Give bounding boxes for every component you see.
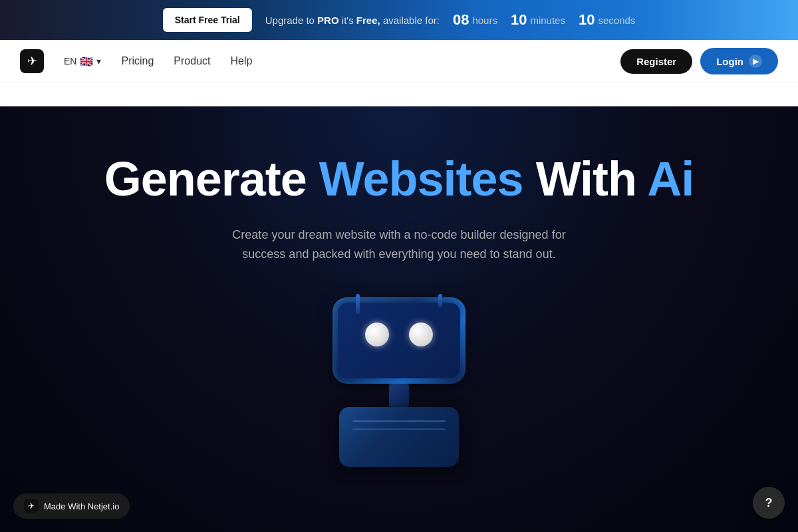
hours-number: 08 <box>453 11 469 29</box>
netjet-icon: ✈ <box>24 499 39 513</box>
logo-icon: ✈ <box>20 49 44 73</box>
upgrade-prefix: Upgrade to <box>265 15 315 26</box>
flag-icon: 🇬🇧 <box>80 55 93 68</box>
title-ai: Ai <box>647 152 694 205</box>
login-label: Login <box>716 56 743 67</box>
navbar: ✈ EN 🇬🇧 ▾ Pricing Product Help Register … <box>0 40 798 83</box>
sub-nav <box>0 83 798 106</box>
nav-link-pricing[interactable]: Pricing <box>121 55 154 67</box>
robot-illustration <box>313 297 485 497</box>
robot-antenna-left <box>356 294 360 314</box>
minutes-label: minutes <box>530 15 565 26</box>
robot-head <box>332 297 466 384</box>
title-with: With <box>536 152 636 205</box>
start-trial-button[interactable]: Start Free Trial <box>163 8 252 32</box>
free-label: Free, <box>356 15 380 26</box>
hours-label: hours <box>472 15 497 26</box>
lang-code: EN <box>64 56 76 66</box>
seconds-countdown: 10 seconds <box>579 11 635 29</box>
hero-subtitle: Create your dream website with a no-code… <box>213 225 585 264</box>
question-icon: ? <box>765 496 773 510</box>
language-selector[interactable]: EN 🇬🇧 ▾ <box>64 55 101 68</box>
nav-link-product[interactable]: Product <box>174 55 210 67</box>
its-label: it's <box>342 15 354 26</box>
hours-countdown: 08 hours <box>453 11 497 29</box>
title-websites: Websites <box>319 152 536 205</box>
pro-label: PRO <box>317 15 339 26</box>
arrow-right-icon: ▶ <box>749 55 762 68</box>
chevron-down-icon: ▾ <box>96 56 101 66</box>
robot-body <box>339 407 459 467</box>
robot-eyes <box>332 323 466 346</box>
robot-neck <box>389 384 409 407</box>
nav-actions: Register Login ▶ <box>620 48 778 74</box>
nav-links: Pricing Product Help <box>121 55 607 67</box>
title-generate: Generate <box>104 152 307 205</box>
logo[interactable]: ✈ <box>20 49 44 73</box>
login-button[interactable]: Login ▶ <box>700 48 778 74</box>
robot-antenna-right <box>438 294 442 307</box>
register-button[interactable]: Register <box>620 49 692 74</box>
netjet-label: Made With Netjet.io <box>44 501 119 511</box>
minutes-countdown: 10 minutes <box>511 11 565 29</box>
hero-title: Generate Websites With Ai <box>104 153 694 205</box>
available-label: available for: <box>383 15 440 26</box>
minutes-number: 10 <box>511 11 527 29</box>
nav-link-help[interactable]: Help <box>231 55 253 67</box>
robot-eye-left <box>365 323 389 346</box>
robot-eye-right <box>409 323 433 346</box>
upgrade-text: Upgrade to PRO it's Free, available for: <box>265 15 440 26</box>
help-button[interactable]: ? <box>753 487 785 519</box>
netjet-badge[interactable]: ✈ Made With Netjet.io <box>13 493 130 519</box>
seconds-label: seconds <box>598 15 635 26</box>
top-banner: Start Free Trial Upgrade to PRO it's Fre… <box>0 0 798 40</box>
seconds-number: 10 <box>579 11 595 29</box>
hero-section: Generate Websites With Ai Create your dr… <box>0 106 798 532</box>
